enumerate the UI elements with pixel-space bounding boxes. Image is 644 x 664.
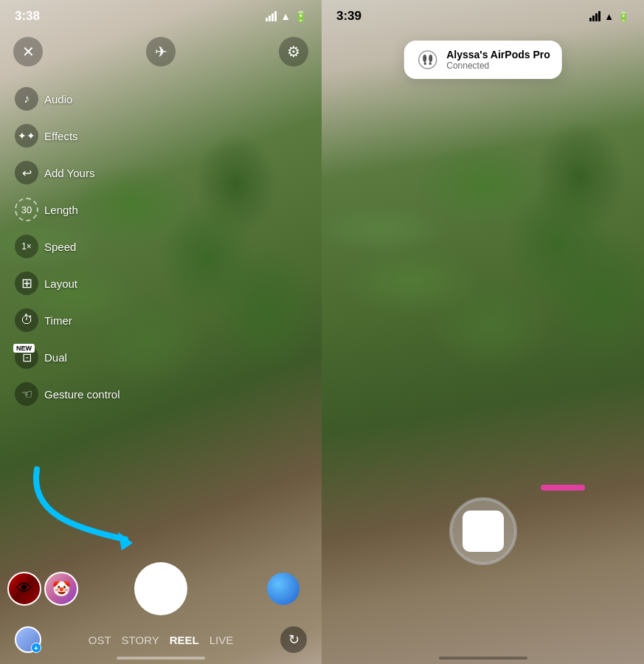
svg-point-2 bbox=[423, 55, 426, 62]
signal-icon-2 bbox=[589, 11, 600, 21]
menu-item-timer[interactable]: ⏱ Timer bbox=[7, 302, 128, 338]
airpods-notification[interactable]: Alyssa's AirPods Pro Connected bbox=[404, 41, 562, 79]
menu-item-gesture[interactable]: ☜ Gesture control bbox=[7, 376, 128, 412]
speed-icon: 1× bbox=[15, 235, 38, 258]
tab-post[interactable]: OST bbox=[89, 634, 111, 646]
close-button[interactable]: ✕ bbox=[13, 37, 43, 66]
effects-label: Effects bbox=[44, 130, 78, 142]
audio-icon: ♪ bbox=[15, 87, 38, 111]
progress-arc bbox=[446, 494, 520, 568]
top-controls: ✕ ✈ ⚙ bbox=[0, 37, 322, 66]
menu-item-layout[interactable]: ⊞ Layout bbox=[7, 266, 128, 301]
wifi-icon: ▲ bbox=[280, 10, 291, 22]
gallery-thumb-2[interactable]: 🤡 bbox=[44, 572, 78, 606]
menu-item-speed[interactable]: 1× Speed bbox=[7, 229, 128, 264]
gallery-thumb-1[interactable]: 👁 bbox=[7, 572, 41, 606]
status-time-2: 3:39 bbox=[336, 9, 361, 24]
mode-bar: + OST STORY REEL LIVE ↻ bbox=[0, 623, 322, 664]
add-yours-icon: ↩ bbox=[15, 161, 38, 184]
airpods-text: Alyssa's AirPods Pro Connected bbox=[446, 49, 550, 71]
home-indicator-2 bbox=[439, 657, 527, 660]
flip-camera-button[interactable]: ↻ bbox=[280, 626, 307, 653]
wifi-icon-2: ▲ bbox=[604, 11, 614, 22]
svg-marker-0 bbox=[118, 532, 133, 550]
gesture-label: Gesture control bbox=[44, 388, 120, 401]
svg-point-1 bbox=[418, 51, 436, 69]
recording-progress-indicator bbox=[541, 485, 585, 491]
gallery-thumbnails: 👁 🤡 bbox=[7, 572, 78, 606]
menu-item-length[interactable]: 30 Length bbox=[7, 192, 128, 227]
svg-rect-4 bbox=[423, 62, 426, 65]
menu-item-effects[interactable]: ✦✦ Effects bbox=[7, 118, 128, 153]
layout-icon: ⊞ bbox=[15, 272, 38, 295]
status-time: 3:38 bbox=[15, 9, 40, 24]
menu-item-add-yours[interactable]: ↩ Add Yours bbox=[7, 155, 128, 190]
airpods-connection-status: Connected bbox=[446, 60, 550, 71]
gesture-icon: ☜ bbox=[15, 382, 38, 406]
bottom-area: 👁 🤡 + OST STORY REEL LIVE ↻ bbox=[0, 551, 322, 664]
tab-reel[interactable]: REEL bbox=[170, 634, 199, 646]
timer-label: Timer bbox=[44, 314, 72, 327]
dual-label: Dual bbox=[44, 351, 67, 364]
shutter-button[interactable] bbox=[134, 562, 187, 615]
flash-button[interactable]: ✈ bbox=[146, 37, 176, 66]
dual-icon: ⊡ NEW bbox=[15, 345, 38, 369]
user-avatar[interactable]: + bbox=[15, 626, 41, 653]
tab-live[interactable]: LIVE bbox=[210, 634, 234, 646]
effects-icon: ✦✦ bbox=[15, 124, 38, 148]
stop-recording-button[interactable] bbox=[463, 511, 504, 552]
status-bar: 3:38 ▲ 🔋 bbox=[0, 0, 322, 32]
blue-filter-ball[interactable] bbox=[267, 573, 300, 605]
timer-icon: ⏱ bbox=[15, 308, 38, 332]
tab-story[interactable]: STORY bbox=[122, 634, 159, 646]
status-bar-2: 3:39 ▲ 🔋 bbox=[322, 0, 644, 32]
side-menu: ♪ Audio ✦✦ Effects ↩ Add Yours 30 Length… bbox=[7, 81, 128, 412]
airpods-device-name: Alyssa's AirPods Pro bbox=[446, 49, 550, 60]
length-icon: 30 bbox=[15, 198, 38, 221]
phone2: 3:39 ▲ 🔋 Alyssa's AirPods Pro C bbox=[322, 0, 644, 664]
phone1: 3:38 ▲ 🔋 ✕ ✈ ⚙ ♪ Audio ✦✦ Effects ↩ bbox=[0, 0, 322, 664]
arrow-annotation bbox=[15, 454, 162, 553]
add-yours-label: Add Yours bbox=[44, 167, 94, 179]
mode-left: + bbox=[15, 626, 41, 653]
svg-point-3 bbox=[429, 55, 432, 62]
menu-item-audio[interactable]: ♪ Audio bbox=[7, 81, 128, 117]
status-icons: ▲ 🔋 bbox=[266, 10, 307, 22]
mode-tabs: OST STORY REEL LIVE bbox=[89, 634, 234, 646]
settings-button[interactable]: ⚙ bbox=[279, 37, 308, 66]
new-badge: NEW bbox=[13, 344, 35, 353]
svg-rect-5 bbox=[429, 62, 431, 65]
status-icons-2: ▲ 🔋 bbox=[589, 11, 629, 22]
recording-controls bbox=[446, 494, 520, 568]
add-avatar-button[interactable]: + bbox=[31, 643, 41, 653]
audio-label: Audio bbox=[44, 93, 72, 106]
battery-icon: 🔋 bbox=[294, 10, 307, 22]
airpods-icon bbox=[415, 48, 439, 72]
layout-label: Layout bbox=[44, 277, 77, 290]
camera-controls-row: 👁 🤡 bbox=[0, 551, 322, 623]
length-label: Length bbox=[44, 204, 78, 216]
battery-icon-2: 🔋 bbox=[617, 11, 629, 22]
menu-item-dual[interactable]: ⊡ NEW Dual bbox=[7, 339, 128, 375]
speed-label: Speed bbox=[44, 241, 76, 253]
signal-icon bbox=[266, 11, 277, 21]
